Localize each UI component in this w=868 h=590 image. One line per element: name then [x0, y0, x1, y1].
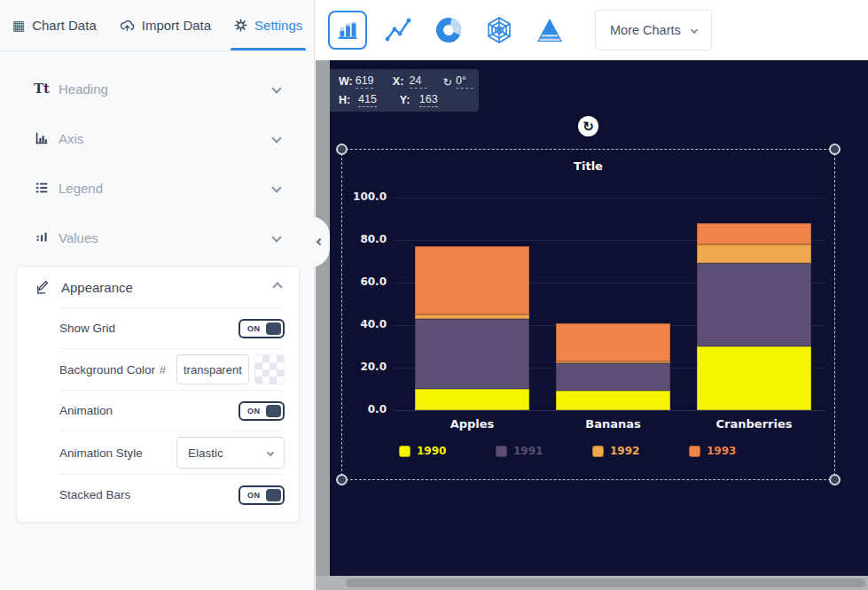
- width-value[interactable]: 619: [356, 74, 373, 89]
- bar-segment-1991-bananas[interactable]: [556, 363, 670, 391]
- section-values-label: Values: [59, 230, 98, 245]
- section-appearance-label: Appearance: [61, 280, 133, 295]
- height-value[interactable]: 415: [358, 93, 377, 107]
- y-axis-tick-label: 40.0: [330, 318, 387, 330]
- stacked-bars-toggle[interactable]: ON: [239, 485, 285, 505]
- legend-swatch: [592, 446, 604, 457]
- tab-chart-data[interactable]: ▦ Chart Data: [12, 0, 97, 50]
- bar-segment-1990-cranberries[interactable]: [697, 346, 811, 410]
- y-axis-tick-label: 60.0: [330, 276, 387, 288]
- horizontal-scrollbar-track[interactable]: [316, 576, 868, 590]
- tab-chart-data-label: Chart Data: [32, 18, 97, 33]
- legend-swatch: [496, 446, 507, 457]
- section-axis-label: Axis: [59, 131, 83, 146]
- show-grid-toggle[interactable]: ON: [239, 319, 285, 338]
- x-value[interactable]: 24: [410, 74, 427, 89]
- bar-chart-type-button[interactable]: [328, 11, 367, 50]
- gear-icon: [234, 19, 247, 32]
- toggle-on-label: ON: [247, 324, 261, 333]
- active-tab-underline: [231, 48, 306, 50]
- tab-settings[interactable]: Settings: [234, 0, 302, 50]
- x-axis-category-label: Cranberries: [697, 417, 811, 431]
- legend-swatch: [689, 446, 700, 457]
- chevron-down-icon: [271, 133, 281, 143]
- section-heading[interactable]: Tt Heading: [0, 64, 314, 113]
- legend-icon: [30, 181, 53, 195]
- rotation-value[interactable]: 0°: [456, 74, 473, 89]
- legend-label: 1993: [707, 445, 736, 457]
- toggle-on-label: ON: [247, 407, 261, 415]
- show-grid-label: Show Grid: [59, 322, 115, 335]
- y-axis-tick-label: 100.0: [330, 190, 387, 203]
- rotate-icon: ↻: [443, 75, 452, 89]
- bar-segment-1990-apples[interactable]: [415, 389, 529, 410]
- legend-swatch: [399, 446, 411, 457]
- stacked-bars-row: Stacked Bars ON: [59, 474, 285, 515]
- height-label: H:: [339, 94, 358, 106]
- legend-item-1993[interactable]: 1993: [689, 445, 736, 457]
- bar-segment-1993-cranberries[interactable]: [697, 223, 811, 245]
- section-axis[interactable]: Axis: [0, 113, 314, 163]
- donut-chart-icon: [434, 16, 463, 44]
- rotate-handle[interactable]: ↻: [578, 116, 598, 136]
- toggle-knob: [266, 322, 281, 335]
- legend-item-1991[interactable]: 1991: [496, 445, 543, 457]
- y-axis-tick-label: 20.0: [330, 361, 387, 373]
- chevron-down-icon: [271, 182, 281, 192]
- legend-label: 1991: [513, 445, 543, 457]
- axis-icon: [30, 131, 53, 145]
- donut-chart-type-button[interactable]: [429, 11, 468, 50]
- bar-segment-1991-cranberries[interactable]: [697, 263, 811, 346]
- radar-chart-icon: [484, 15, 514, 45]
- chevron-up-icon: [272, 282, 282, 291]
- appearance-panel: Appearance Show Grid ON Background Color…: [16, 266, 300, 523]
- section-values[interactable]: Values: [0, 213, 314, 262]
- radar-chart-type-button[interactable]: [480, 11, 519, 50]
- chart-canvas[interactable]: W: 619 X: 24 ↻ 0° H: 415 Y: 163: [330, 60, 868, 576]
- values-icon: [30, 230, 53, 245]
- animation-toggle[interactable]: ON: [239, 401, 285, 421]
- legend-item-1992[interactable]: 1992: [592, 445, 639, 457]
- line-chart-type-button[interactable]: [379, 11, 418, 50]
- animation-style-select[interactable]: Elastic: [176, 437, 285, 469]
- section-appearance[interactable]: Appearance: [17, 267, 299, 307]
- panel-divider-strip: [316, 60, 330, 576]
- background-color-row: Background Color #: [59, 348, 285, 390]
- more-charts-button[interactable]: More Charts: [595, 10, 712, 50]
- bar-segment-1993-apples[interactable]: [415, 246, 529, 314]
- animation-style-row: Animation Style Elastic: [59, 431, 285, 474]
- background-color-input[interactable]: [176, 354, 249, 384]
- chevron-down-icon: [271, 83, 281, 93]
- legend-label: 1990: [417, 445, 446, 457]
- transparent-swatch[interactable]: [254, 354, 285, 384]
- more-charts-label: More Charts: [610, 23, 681, 37]
- selection-handle-bottom-right[interactable]: [829, 474, 841, 485]
- animation-label: Animation: [59, 404, 113, 417]
- y-value[interactable]: 163: [419, 93, 438, 107]
- gridline: [394, 198, 825, 198]
- tab-bar: ▦ Chart Data Import Data Settings: [0, 0, 314, 51]
- tab-import-data[interactable]: Import Data: [120, 0, 211, 50]
- bar-segment-1991-apples[interactable]: [415, 319, 529, 389]
- bar-segment-1992-cranberries[interactable]: [697, 245, 811, 264]
- x-label: X:: [393, 75, 410, 88]
- pyramid-chart-type-button[interactable]: [530, 11, 569, 50]
- selection-handle-top-right[interactable]: [829, 144, 841, 155]
- gridline: [394, 410, 825, 411]
- horizontal-scrollbar-thumb[interactable]: [346, 578, 865, 587]
- section-legend[interactable]: Legend: [0, 163, 314, 213]
- toggle-knob: [266, 489, 281, 501]
- show-grid-row: Show Grid ON: [59, 307, 285, 348]
- chevron-left-icon: [317, 238, 324, 245]
- legend-item-1990[interactable]: 1990: [399, 445, 446, 457]
- bar-segment-1990-bananas[interactable]: [556, 391, 670, 410]
- width-label: W:: [339, 75, 356, 88]
- selection-handle-top-left[interactable]: [336, 144, 348, 155]
- selection-handle-bottom-left[interactable]: [336, 474, 348, 485]
- tab-import-data-label: Import Data: [142, 18, 211, 33]
- bar-segment-1992-bananas[interactable]: [556, 361, 670, 363]
- bar-segment-1992-apples[interactable]: [415, 314, 529, 319]
- heading-icon: Tt: [30, 81, 53, 97]
- bar-segment-1993-bananas[interactable]: [556, 323, 670, 361]
- line-chart-icon: [384, 16, 412, 44]
